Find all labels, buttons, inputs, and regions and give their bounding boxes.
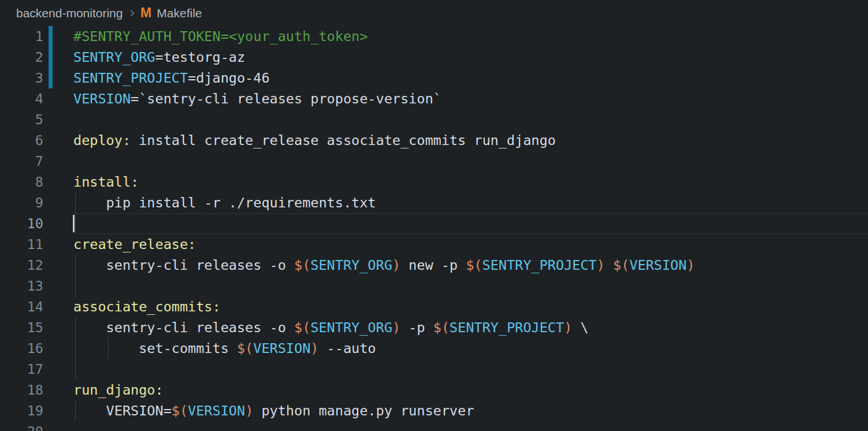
token-punct: $( bbox=[237, 340, 253, 356]
line-number[interactable]: 10 bbox=[0, 213, 43, 234]
code-text: pip install -r ./requirements.txt bbox=[73, 192, 376, 213]
line-number[interactable]: 16 bbox=[0, 338, 43, 359]
token-target: run_django: bbox=[73, 382, 164, 398]
token-punct: $( bbox=[294, 257, 310, 273]
breadcrumb: backend-monitoring › M Makefile bbox=[0, 0, 868, 26]
line-number[interactable]: 19 bbox=[0, 400, 43, 421]
token-target: deploy: bbox=[73, 132, 131, 148]
token-text: python manage.py runserver bbox=[253, 403, 474, 419]
token-punct: $( bbox=[613, 257, 629, 273]
code-line[interactable]: 6deploy: install create_release associat… bbox=[0, 130, 868, 151]
token-punct: ) bbox=[310, 340, 318, 356]
code-line[interactable]: 16 set-commits $(VERSION) --auto bbox=[0, 338, 868, 359]
line-number[interactable]: 2 bbox=[0, 47, 43, 68]
indent-guide bbox=[75, 276, 76, 296]
line-number[interactable]: 7 bbox=[0, 151, 43, 172]
code-line[interactable]: 3SENTRY_PROJECT=django-46 bbox=[0, 68, 868, 88]
token-var: VERSION bbox=[629, 257, 687, 273]
code-line[interactable]: 11create_release: bbox=[0, 234, 868, 255]
token-text: set-commits bbox=[73, 340, 237, 356]
editor-window: backend-monitoring › M Makefile 1#SENTRY… bbox=[0, 0, 868, 431]
code-line[interactable]: 13 bbox=[0, 276, 868, 296]
modified-indicator-bar bbox=[49, 68, 53, 88]
code-text: VERSION=`sentry-cli releases propose-ver… bbox=[73, 88, 442, 109]
breadcrumb-file[interactable]: Makefile bbox=[157, 6, 202, 20]
line-number[interactable]: 12 bbox=[0, 255, 43, 276]
code-line[interactable]: 18run_django: bbox=[0, 380, 868, 400]
line-number[interactable]: 13 bbox=[0, 276, 43, 296]
token-text: sentry-cli releases -o bbox=[73, 319, 294, 336]
breadcrumb-folder[interactable]: backend-monitoring bbox=[16, 6, 123, 20]
token-var: SENTRY_PROJECT bbox=[450, 319, 564, 336]
code-line[interactable]: 7 bbox=[0, 151, 868, 172]
line-number[interactable]: 14 bbox=[0, 296, 43, 317]
token-text bbox=[605, 257, 613, 273]
code-text: run_django: bbox=[73, 380, 164, 400]
code-line[interactable]: 14associate_commits: bbox=[0, 296, 868, 317]
token-text: --auto bbox=[318, 340, 376, 356]
line-number[interactable]: 18 bbox=[0, 380, 43, 400]
token-text: =testorg-az bbox=[155, 49, 245, 65]
line-number[interactable]: 11 bbox=[0, 234, 43, 255]
code-line[interactable]: 8install: bbox=[0, 172, 868, 192]
code-line[interactable]: 20 bbox=[0, 421, 868, 431]
code-text: sentry-cli releases -o $(SENTRY_ORG) -p … bbox=[73, 317, 588, 338]
token-var: VERSION bbox=[73, 91, 131, 107]
line-number[interactable]: 20 bbox=[0, 421, 43, 431]
line-number[interactable]: 15 bbox=[0, 317, 43, 338]
code-line[interactable]: 19 VERSION=$(VERSION) python manage.py r… bbox=[0, 400, 868, 421]
current-line-highlight bbox=[73, 213, 868, 234]
token-var: VERSION bbox=[188, 403, 245, 419]
token-comment: #SENTRY_AUTH_TOKEN=<your_auth_token> bbox=[73, 28, 368, 44]
token-var: SENTRY_ORG bbox=[310, 319, 392, 336]
token-text: sentry-cli releases -o bbox=[73, 257, 294, 273]
modified-indicator-bar bbox=[49, 26, 53, 47]
code-text: set-commits $(VERSION) --auto bbox=[73, 338, 376, 359]
code-text: associate_commits: bbox=[73, 296, 221, 317]
code-text: #SENTRY_AUTH_TOKEN=<your_auth_token> bbox=[73, 26, 368, 47]
token-var: SENTRY_ORG bbox=[310, 257, 392, 273]
code-line[interactable]: 12 sentry-cli releases -o $(SENTRY_ORG) … bbox=[0, 255, 868, 276]
token-punct: $( bbox=[172, 403, 188, 419]
modified-indicator-bar bbox=[49, 47, 53, 68]
code-line[interactable]: 10 bbox=[0, 213, 868, 234]
code-line[interactable]: 2SENTRY_ORG=testorg-az bbox=[0, 47, 868, 68]
makefile-icon: M bbox=[140, 6, 151, 20]
line-number[interactable]: 1 bbox=[0, 26, 43, 47]
token-text: =django-46 bbox=[188, 70, 269, 86]
token-punct: ) bbox=[245, 403, 253, 419]
line-number[interactable]: 6 bbox=[0, 130, 43, 151]
code-line[interactable]: 15 sentry-cli releases -o $(SENTRY_ORG) … bbox=[0, 317, 868, 338]
code-line[interactable]: 17 bbox=[0, 359, 868, 380]
token-text: install create_release associate_commits… bbox=[131, 132, 556, 148]
token-text: -p bbox=[400, 319, 433, 336]
token-var: VERSION bbox=[253, 340, 310, 356]
line-number[interactable]: 4 bbox=[0, 88, 43, 109]
line-number[interactable]: 17 bbox=[0, 359, 43, 380]
line-number[interactable]: 3 bbox=[0, 68, 43, 88]
code-line[interactable]: 1#SENTRY_AUTH_TOKEN=<your_auth_token> bbox=[0, 26, 868, 47]
token-punct: ) bbox=[597, 257, 605, 273]
line-number[interactable]: 5 bbox=[0, 109, 43, 130]
code-text: create_release: bbox=[73, 234, 196, 255]
token-text: =`sentry-cli releases propose-version` bbox=[131, 91, 442, 107]
line-number[interactable]: 9 bbox=[0, 192, 43, 213]
token-target: install: bbox=[73, 174, 139, 190]
line-number[interactable]: 8 bbox=[0, 172, 43, 192]
indent-guide bbox=[75, 213, 76, 234]
code-editor[interactable]: 1#SENTRY_AUTH_TOKEN=<your_auth_token>2SE… bbox=[0, 26, 868, 431]
code-line[interactable]: 4VERSION=`sentry-cli releases propose-ve… bbox=[0, 88, 868, 109]
token-punct: ) bbox=[687, 257, 695, 273]
token-target: associate_commits: bbox=[73, 299, 221, 315]
token-punct: $( bbox=[433, 319, 450, 336]
token-target: create_release: bbox=[73, 236, 196, 252]
code-text: deploy: install create_release associate… bbox=[73, 130, 556, 151]
chevron-right-icon: › bbox=[129, 5, 135, 20]
text-cursor bbox=[73, 215, 75, 232]
token-punct: ) bbox=[392, 257, 400, 273]
token-punct: ) bbox=[392, 319, 400, 336]
code-text: VERSION=$(VERSION) python manage.py runs… bbox=[73, 400, 474, 421]
code-line[interactable]: 5 bbox=[0, 109, 868, 130]
token-var: SENTRY_ORG bbox=[73, 49, 155, 65]
code-line[interactable]: 9 pip install -r ./requirements.txt bbox=[0, 192, 868, 213]
